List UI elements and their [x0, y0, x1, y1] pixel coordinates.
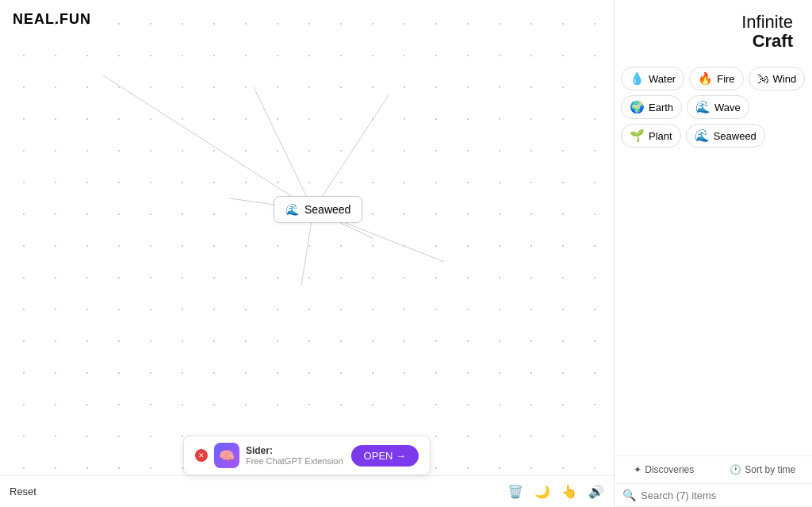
seaweed-emoji: 🌊	[285, 203, 299, 216]
logo: NEAL.FUN	[13, 11, 91, 28]
ad-subtitle: Free ChatGPT Extension	[246, 456, 343, 466]
canvas-bottom-bar: Reset 🗑️ 🌙 👆 🔊	[0, 475, 614, 507]
water-emoji: 💧	[630, 71, 645, 86]
svg-line-2	[313, 95, 389, 210]
earth-label: Earth	[649, 102, 673, 113]
trash-icon-button[interactable]: 🗑️	[508, 484, 523, 499]
reset-button[interactable]: Reset	[10, 486, 36, 497]
element-wind[interactable]: 🌬 Wind	[749, 67, 806, 90]
sidebar-header: Infinite Craft	[615, 0, 812, 63]
element-fire[interactable]: 🔥 Fire	[689, 67, 743, 90]
element-wave[interactable]: 🌊 Wave	[687, 95, 749, 119]
seaweed-chip-emoji: 🌊	[695, 129, 710, 143]
elements-grid: 💧 Water 🔥 Fire 🌬 Wind 🌍 Earth 🌊 Wave	[615, 63, 812, 151]
seaweed-chip-label: Seaweed	[714, 130, 756, 142]
touch-icon-button[interactable]: 👆	[561, 484, 577, 499]
svg-line-1	[254, 87, 313, 210]
fire-label: Fire	[717, 73, 734, 85]
moon-icon-button[interactable]: 🌙	[534, 484, 550, 499]
ad-open-button[interactable]: OPEN →	[351, 445, 419, 467]
ad-title: Sider:	[246, 445, 343, 456]
search-input[interactable]	[641, 490, 804, 501]
canvas-lines	[0, 0, 614, 507]
canvas-seaweed-element[interactable]: 🌊 Seaweed	[274, 196, 362, 223]
search-icon: 🔍	[622, 489, 636, 501]
ad-close-icon[interactable]: ✕	[195, 449, 208, 462]
seaweed-label: Seaweed	[304, 203, 350, 216]
sort-label: Sort by time	[745, 464, 795, 475]
canvas-area[interactable]: NEAL.FUN 🌊 Seaweed ✕ 🧠 Sider:	[0, 0, 614, 507]
wind-label: Wind	[773, 73, 797, 85]
ad-banner: ✕ 🧠 Sider: Free ChatGPT Extension OPEN →	[183, 436, 431, 475]
ad-logo-icon: 🧠	[214, 443, 239, 468]
search-bar: 🔍	[615, 484, 812, 507]
ad-text-block: Sider: Free ChatGPT Extension	[246, 445, 343, 466]
earth-emoji: 🌍	[630, 100, 645, 114]
element-water[interactable]: 💧 Water	[621, 67, 684, 90]
element-seaweed[interactable]: 🌊 Seaweed	[686, 124, 765, 148]
wind-emoji: 🌬	[757, 72, 769, 86]
discoveries-icon: ✦	[634, 464, 642, 475]
element-plant[interactable]: 🌱 Plant	[621, 124, 681, 148]
svg-line-0	[103, 75, 313, 210]
wave-label: Wave	[714, 102, 741, 113]
fire-emoji: 🔥	[698, 71, 713, 86]
infinite-craft-title: Infinite Craft	[621, 3, 806, 57]
plant-label: Plant	[649, 130, 672, 142]
wave-emoji: 🌊	[695, 100, 710, 114]
sidebar-bottom: ✦ Discoveries 🕐 Sort by time 🔍	[615, 455, 812, 507]
canvas-icon-group: 🗑️ 🌙 👆 🔊	[508, 484, 604, 499]
element-earth[interactable]: 🌍 Earth	[621, 95, 682, 119]
sidebar-tabs: ✦ Discoveries 🕐 Sort by time	[615, 456, 812, 484]
tab-discoveries[interactable]: ✦ Discoveries	[615, 456, 714, 483]
sound-icon-button[interactable]: 🔊	[588, 484, 604, 499]
discoveries-label: Discoveries	[645, 464, 694, 475]
plant-emoji: 🌱	[630, 129, 645, 143]
sort-icon: 🕐	[730, 464, 741, 475]
sidebar: Infinite Craft 💧 Water 🔥 Fire 🌬 Wind 🌍	[614, 0, 812, 507]
water-label: Water	[649, 73, 676, 85]
logo-text: NEAL.FUN	[13, 11, 91, 27]
tab-sort-by-time[interactable]: 🕐 Sort by time	[714, 456, 813, 483]
sidebar-spacer	[615, 151, 812, 455]
